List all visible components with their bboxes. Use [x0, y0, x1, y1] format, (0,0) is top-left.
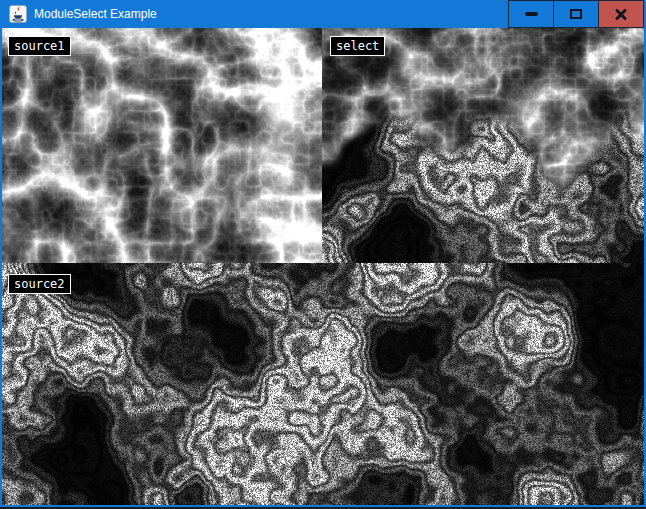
app-window: ModuleSelect Example source1 select sour… [0, 0, 646, 509]
render-area: source1 select source2 [2, 28, 644, 505]
maximize-icon [570, 9, 582, 19]
java-app-icon[interactable] [9, 5, 27, 23]
titlebar[interactable]: ModuleSelect Example [0, 0, 646, 28]
source1-label: source1 [8, 36, 71, 56]
select-label: select [330, 36, 385, 56]
window-controls [508, 0, 644, 28]
source1-noise-canvas [2, 28, 322, 263]
window-title: ModuleSelect Example [34, 0, 157, 28]
source2-label: source2 [8, 274, 71, 294]
minimize-icon [525, 12, 538, 16]
minimize-button[interactable] [508, 0, 554, 28]
source2-noise-canvas [2, 263, 644, 505]
select-noise-canvas [322, 28, 644, 263]
close-button[interactable] [598, 0, 644, 28]
maximize-button[interactable] [553, 0, 599, 28]
close-icon [614, 8, 628, 20]
java-coffee-cup-icon [9, 5, 27, 23]
